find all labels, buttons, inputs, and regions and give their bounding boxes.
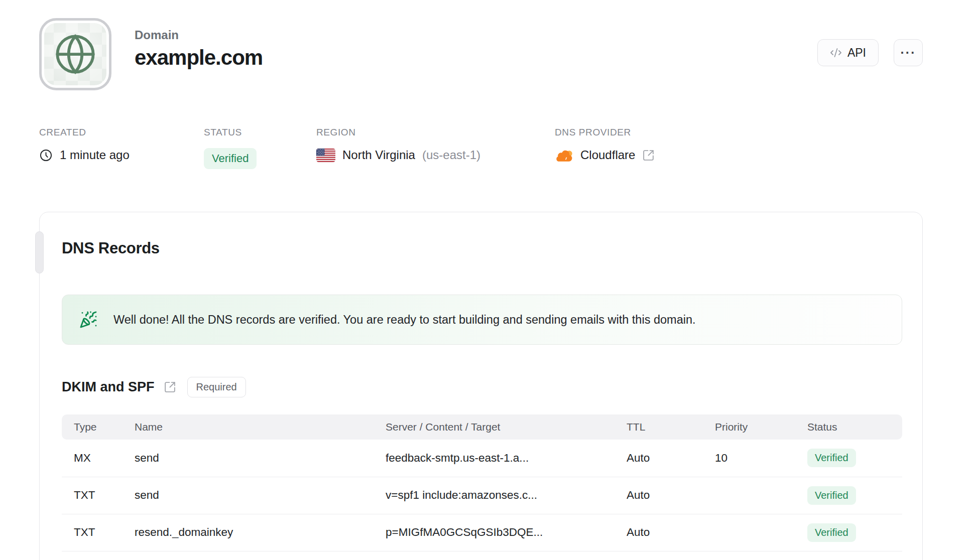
dns-provider-label: DNS PROVIDER — [555, 127, 655, 138]
dkim-spf-title: DKIM and SPF — [62, 379, 155, 395]
col-status: Status — [807, 414, 902, 440]
party-popper-icon — [79, 311, 97, 329]
dns-records-title: DNS Records — [62, 239, 902, 257]
region-value: North Virginia — [342, 148, 415, 162]
domain-meta: CREATED 1 minute ago STATUS Verified REG… — [39, 127, 923, 167]
cell-name: send — [135, 440, 386, 477]
cell-content: p=MIGfMA0GCSqGSIb3DQE... — [386, 514, 627, 551]
meta-region: REGION — [316, 127, 480, 162]
cloudflare-icon — [555, 149, 573, 162]
clock-icon — [39, 149, 53, 162]
cell-ttl: Auto — [627, 477, 715, 514]
page-eyebrow: Domain — [135, 28, 263, 42]
created-value: 1 minute ago — [60, 148, 130, 162]
page-title: example.com — [135, 46, 263, 70]
domain-avatar — [39, 18, 111, 90]
dkim-spf-docs-link[interactable] — [164, 381, 176, 393]
col-ttl: TTL — [627, 414, 715, 440]
cell-ttl: Auto — [627, 514, 715, 551]
page-header: Domain example.com API ··· — [39, 18, 923, 90]
row-status-badge: Verified — [807, 449, 856, 467]
meta-status: STATUS Verified — [204, 127, 257, 169]
success-banner: Well done! All the DNS records are verif… — [62, 295, 902, 345]
dns-provider-external-link[interactable] — [642, 149, 655, 162]
cell-priority: 10 — [715, 440, 807, 477]
table-row: TXT send v=spf1 include:amazonses.c... A… — [62, 477, 902, 514]
created-label: CREATED — [39, 127, 130, 138]
success-banner-text: Well done! All the DNS records are verif… — [113, 313, 696, 327]
domain-page: Domain example.com API ··· CREATED 1 min… — [39, 18, 923, 560]
ellipsis-icon: ··· — [901, 47, 916, 59]
status-badge: Verified — [204, 148, 257, 169]
status-label: STATUS — [204, 127, 257, 138]
us-flag-icon — [316, 149, 335, 162]
cell-content: feedback-smtp.us-east-1.a... — [386, 440, 627, 477]
col-priority: Priority — [715, 414, 807, 440]
header-actions: API ··· — [817, 18, 923, 66]
globe-icon — [52, 31, 98, 77]
cell-type: TXT — [62, 477, 135, 514]
dns-records-table: Type Name Server / Content / Target TTL … — [62, 414, 902, 551]
table-row: MX send feedback-smtp.us-east-1.a... Aut… — [62, 440, 902, 477]
api-button-label: API — [847, 46, 866, 60]
row-status-badge: Verified — [807, 523, 856, 542]
meta-dns-provider: DNS PROVIDER Cloudflare — [555, 127, 655, 162]
dns-records-card: DNS Records Well done! All the DNS recor… — [39, 212, 923, 560]
more-options-button[interactable]: ··· — [894, 39, 923, 66]
title-block: Domain example.com — [135, 18, 263, 70]
section-notch — [35, 231, 44, 273]
row-status-badge: Verified — [807, 486, 856, 505]
region-code: (us-east-1) — [422, 148, 480, 162]
cell-priority — [715, 514, 807, 551]
table-row: TXT resend._domainkey p=MIGfMA0GCSqGSIb3… — [62, 514, 902, 551]
cell-type: TXT — [62, 514, 135, 551]
col-type: Type — [62, 414, 135, 440]
required-badge: Required — [187, 377, 246, 397]
cell-name: send — [135, 477, 386, 514]
code-icon — [830, 47, 842, 59]
api-button[interactable]: API — [817, 39, 879, 66]
meta-created: CREATED 1 minute ago — [39, 127, 130, 162]
cell-content: v=spf1 include:amazonses.c... — [386, 477, 627, 514]
dkim-spf-section-header: DKIM and SPF Required — [62, 377, 902, 397]
region-label: REGION — [316, 127, 480, 138]
col-name: Name — [135, 414, 386, 440]
external-link-icon — [642, 149, 655, 162]
cell-type: MX — [62, 440, 135, 477]
dns-provider-value: Cloudflare — [580, 148, 635, 162]
table-header-row: Type Name Server / Content / Target TTL … — [62, 414, 902, 440]
cell-name: resend._domainkey — [135, 514, 386, 551]
external-link-icon — [164, 381, 176, 393]
cell-priority — [715, 477, 807, 514]
cell-ttl: Auto — [627, 440, 715, 477]
col-content: Server / Content / Target — [386, 414, 627, 440]
